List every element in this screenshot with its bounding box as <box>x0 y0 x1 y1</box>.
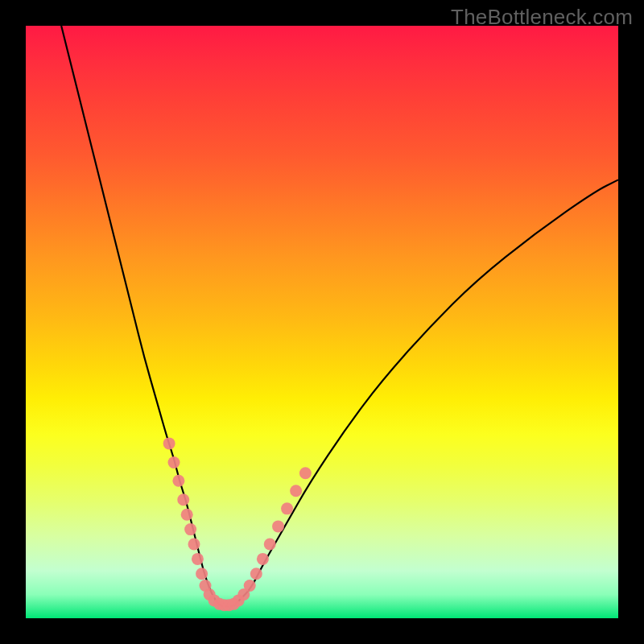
highlight-dot <box>196 568 208 580</box>
plot-area <box>26 26 618 618</box>
highlight-dot <box>272 520 284 532</box>
bottleneck-curve <box>61 26 618 606</box>
highlight-dot <box>168 456 180 469</box>
highlight-dot <box>244 580 256 592</box>
highlight-dot <box>257 553 269 565</box>
highlight-dot <box>290 485 302 497</box>
chart-frame: TheBottleneck.com <box>0 0 644 644</box>
highlight-dot <box>177 493 189 506</box>
highlight-dot <box>188 539 200 551</box>
highlight-dot <box>250 568 262 580</box>
highlight-dot <box>163 437 175 449</box>
highlight-dot <box>281 502 293 514</box>
watermark-text: TheBottleneck.com <box>451 5 633 30</box>
marker-group <box>163 437 312 611</box>
highlight-dot <box>181 509 193 521</box>
highlight-dot <box>192 553 204 565</box>
highlight-dot <box>299 467 312 479</box>
highlight-dot <box>184 523 196 535</box>
highlight-dot <box>172 475 184 487</box>
highlight-dot <box>264 539 276 551</box>
curve-group <box>61 26 618 606</box>
curve-svg <box>26 26 618 618</box>
